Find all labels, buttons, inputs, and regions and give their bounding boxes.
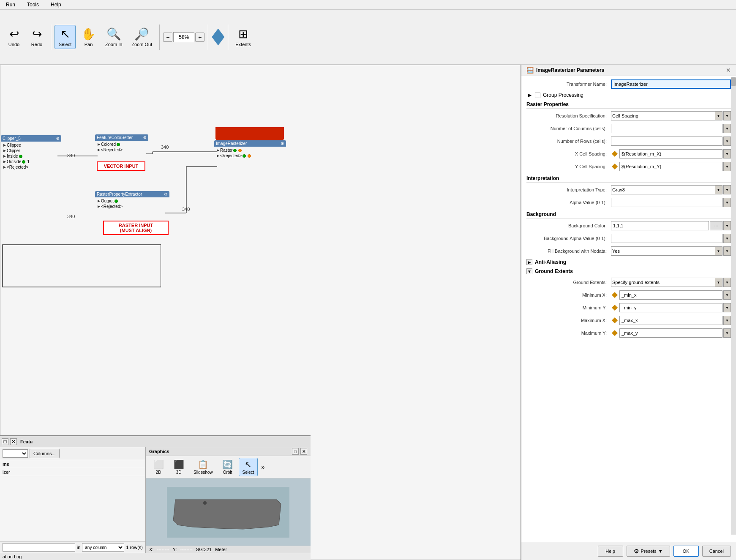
cursor-icon: ↖ bbox=[60, 27, 70, 41]
params-header: 🪟 ImageRasterizer Parameters ✕ bbox=[521, 65, 736, 76]
background-alpha-arrow[interactable]: ▼ bbox=[723, 234, 731, 243]
status-x-val: -------- bbox=[157, 547, 169, 552]
undo-button[interactable]: ↩ Undo bbox=[3, 25, 25, 49]
pan-button[interactable]: ✋ Pan bbox=[77, 25, 100, 49]
anti-aliasing-expand-btn[interactable]: ▶ bbox=[526, 259, 532, 265]
bottom-dropdown[interactable] bbox=[3, 449, 28, 458]
separator-2 bbox=[159, 25, 160, 50]
background-alpha-input[interactable] bbox=[611, 234, 722, 243]
fill-background-extra-arrow[interactable]: ▼ bbox=[723, 246, 731, 256]
origin-indicator bbox=[212, 29, 224, 46]
max-y-arrow[interactable]: ▼ bbox=[723, 328, 731, 338]
clipper-node: Clipper_5 ⚙ ▶ Clippee ▶ Clipper ▶ Inside bbox=[3, 137, 60, 170]
clipper-gear-icon[interactable]: ⚙ bbox=[56, 136, 60, 141]
extents-button[interactable]: ⊞ Extents bbox=[232, 25, 255, 49]
params-close-btn[interactable]: ✕ bbox=[726, 67, 731, 74]
alpha-value-arrow[interactable]: ▼ bbox=[723, 198, 731, 207]
graphics-3d-btn[interactable]: ⬛ 3D bbox=[169, 458, 188, 476]
graphics-overflow-btn[interactable]: » bbox=[259, 462, 266, 472]
ok-button[interactable]: OK bbox=[673, 546, 699, 557]
resolution-spec-extra-arrow[interactable]: ▼ bbox=[723, 111, 731, 120]
bottom-controls: Columns... bbox=[0, 447, 145, 460]
zoom-minus-btn[interactable]: − bbox=[163, 33, 172, 42]
zoom-plus-btn[interactable]: + bbox=[195, 33, 204, 42]
ir-port-raster: ▶ Raster bbox=[216, 148, 284, 153]
y-cell-spacing-input[interactable] bbox=[619, 162, 722, 171]
graphics-close-btn[interactable]: ✕ bbox=[300, 448, 307, 455]
transformer-name-input[interactable] bbox=[611, 79, 731, 89]
max-x-input[interactable] bbox=[619, 316, 722, 325]
anti-aliasing-section: ▶ Anti-Aliasing bbox=[526, 259, 731, 265]
graphics-slideshow-btn[interactable]: 📋 Slideshow bbox=[190, 458, 217, 476]
fill-background-row: Fill Background with Nodata: Yes No ▼ ▼ bbox=[526, 246, 731, 256]
ground-extents-type-extra-arrow[interactable]: ▼ bbox=[723, 278, 731, 287]
x-cell-spacing-input[interactable] bbox=[619, 149, 722, 158]
orbit-icon: 🔄 bbox=[222, 459, 233, 470]
bottom-maximize-btn[interactable]: □ bbox=[2, 438, 8, 445]
interpretation-type-select[interactable]: Gray8 bbox=[611, 185, 722, 194]
background-color-input[interactable] bbox=[611, 221, 709, 230]
graphics-orbit-btn[interactable]: 🔄 Orbit bbox=[218, 458, 237, 476]
ground-extents-type-select[interactable]: Specify ground extents bbox=[611, 278, 722, 287]
graphics-select-btn[interactable]: ↖ Select bbox=[239, 458, 258, 476]
params-scroll-area[interactable]: Transformer Name: ▶ Group Processing Ras… bbox=[521, 76, 736, 542]
max-y-input[interactable] bbox=[619, 328, 722, 338]
row-count: 1 row(s) bbox=[126, 545, 143, 550]
num-columns-arrow[interactable]: ▼ bbox=[723, 124, 731, 133]
min-x-input[interactable] bbox=[619, 290, 722, 300]
graphics-header: Graphics □ ✕ bbox=[146, 447, 311, 456]
y-cell-spacing-arrow[interactable]: ▼ bbox=[723, 162, 731, 171]
imagerasterizer-gear-icon[interactable]: ⚙ bbox=[281, 141, 284, 146]
rpe-gear-icon[interactable]: ⚙ bbox=[164, 192, 168, 197]
fill-background-label: Fill Background with Nodata: bbox=[526, 249, 611, 254]
bottom-close-btn[interactable]: ✕ bbox=[10, 438, 17, 445]
alpha-value-input[interactable] bbox=[611, 198, 722, 207]
search-input[interactable] bbox=[3, 543, 75, 552]
cancel-button[interactable]: Cancel bbox=[702, 546, 731, 557]
min-x-arrow[interactable]: ▼ bbox=[723, 290, 731, 300]
group-expand-icon[interactable]: ▶ bbox=[526, 92, 532, 98]
group-processing-checkbox[interactable] bbox=[535, 93, 540, 98]
num-rows-input[interactable] bbox=[611, 137, 722, 146]
help-button[interactable]: Help bbox=[598, 546, 623, 557]
clipper-port-clippee: ▶ Clippee bbox=[3, 142, 60, 148]
num-rows-label: Number of Rows (cells): bbox=[526, 139, 611, 144]
max-x-arrow[interactable]: ▼ bbox=[723, 316, 731, 325]
redo-button[interactable]: ↪ Redo bbox=[26, 25, 47, 49]
params-scrollbar[interactable] bbox=[731, 77, 736, 535]
menu-run[interactable]: Run bbox=[3, 1, 18, 8]
resolution-spec-select[interactable]: Cell Spacing bbox=[611, 111, 722, 120]
featurecolorsetter-node: FeatureColorSetter ⚙ ▶ Colored ▶ <Reject… bbox=[97, 136, 147, 153]
interpretation-type-extra-arrow[interactable]: ▼ bbox=[723, 185, 731, 194]
background-color-dots-btn[interactable]: ··· bbox=[710, 221, 722, 230]
fill-background-select[interactable]: Yes No bbox=[611, 246, 722, 256]
x-cell-spacing-arrow[interactable]: ▼ bbox=[723, 149, 731, 158]
alpha-value-label: Alpha Value (0-1): bbox=[526, 200, 611, 205]
zoom-in-button[interactable]: 🔍 Zoom In bbox=[101, 25, 126, 49]
min-y-row: Minimum Y: ▼ bbox=[526, 303, 731, 312]
num-columns-input[interactable] bbox=[611, 124, 722, 133]
presets-button[interactable]: ⚙ Presets ▼ bbox=[627, 546, 670, 557]
columns-button[interactable]: Columns... bbox=[30, 449, 60, 458]
group-processing-label: Group Processing bbox=[543, 92, 583, 98]
menu-help[interactable]: Help bbox=[48, 1, 64, 8]
graphics-viewport bbox=[146, 478, 311, 546]
graphics-maximize-btn[interactable]: □ bbox=[292, 448, 299, 455]
num-rows-arrow[interactable]: ▼ bbox=[723, 137, 731, 146]
resolution-spec-dropdown-wrapper: Cell Spacing ▼ bbox=[611, 111, 722, 120]
select-button[interactable]: ↖ Select bbox=[55, 25, 76, 49]
graphics-2d-btn[interactable]: ⬜ 2D bbox=[149, 458, 168, 476]
min-y-input[interactable] bbox=[619, 303, 722, 312]
hand-icon: ✋ bbox=[81, 27, 96, 41]
menu-tools[interactable]: Tools bbox=[25, 1, 41, 8]
ground-extents-expand-btn[interactable]: ▼ bbox=[526, 268, 532, 274]
background-color-arrow[interactable]: ▼ bbox=[723, 221, 731, 230]
frame-outline bbox=[0, 243, 161, 310]
status-y-label: Y: bbox=[173, 547, 177, 552]
params-scrollbar-thumb[interactable] bbox=[731, 77, 736, 86]
zoom-out-button[interactable]: 🔎 Zoom Out bbox=[128, 25, 156, 49]
min-y-arrow[interactable]: ▼ bbox=[723, 303, 731, 312]
featurecolorsetter-gear-icon[interactable]: ⚙ bbox=[143, 135, 147, 140]
column-select[interactable]: any column bbox=[82, 543, 124, 552]
transformer-name-label: Transformer Name: bbox=[526, 82, 611, 87]
